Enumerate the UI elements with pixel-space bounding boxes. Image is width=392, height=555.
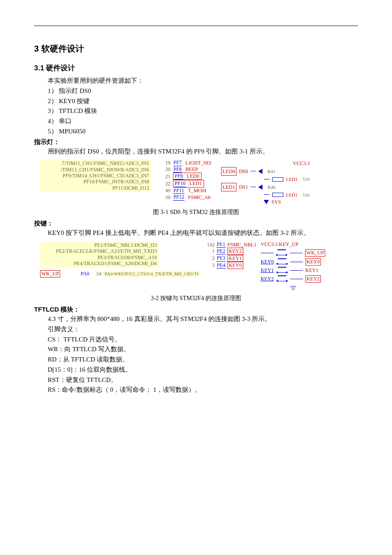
wire — [261, 253, 274, 254]
resistor-icon — [272, 193, 283, 197]
res-value: 510 — [303, 191, 310, 199]
tft-p7: RST：硬复位 TFTLCD。 — [34, 376, 358, 385]
pin-num: 19 — [160, 160, 170, 166]
pin-num: 20 — [160, 166, 170, 172]
res-value: 510 — [303, 176, 310, 183]
key2-underline: KEY2 — [261, 276, 274, 282]
section-heading-3: 3 软硬件设计 — [34, 43, 358, 55]
key1-label: KEY1 — [306, 267, 319, 274]
led-diode-icon — [258, 185, 262, 190]
key-paragraph: KEY0 按下引脚 PE4 接上低电平。判断 PE4 上的电平就可以知道按键的状… — [34, 228, 358, 238]
net-label: LED1 — [188, 180, 202, 187]
pa0-desc: PA0-WKUP/U2_CTS/U4_TX/ETH_MII_CRS/TI — [103, 271, 200, 277]
pin-num: 34 — [91, 271, 101, 277]
section-heading-3-1: 3.1 硬件设计 — [34, 63, 358, 73]
pin-name: PF9 — [174, 173, 183, 179]
highlighted-pin-row: PF9LED0 — [173, 173, 202, 180]
tft-p3: CS： TFTLCD 片选信号。 — [34, 335, 358, 344]
highlighted-pin-row: PF10LED1 — [173, 180, 204, 187]
fig32-pin-list: 142PE1FSMC_NBL1 1PE2KEY2 2PE3KEY1 3PE4KE… — [205, 241, 257, 269]
net-key1: KEY1 — [228, 255, 243, 262]
key-wkup-label: WK_UP — [305, 249, 325, 257]
net-label: FSMC_NBL1 — [228, 242, 257, 248]
wire — [264, 194, 270, 195]
pin-num: 2 — [205, 255, 215, 261]
pin-name: PF8 — [173, 166, 182, 173]
net-led0: LED0 — [221, 167, 236, 176]
pin-num: 1 — [205, 248, 215, 254]
figure-3-1: 7/TIM11_CH1/FSMC_NREG/ADC3_IN5 /TIM13_CH… — [40, 159, 358, 206]
res-r46: R46 — [268, 184, 275, 191]
vcc-keyup-label: VCC3.3 KEY_UP — [261, 241, 325, 248]
pin-func-row: PF11/DCMI_D12 — [42, 185, 149, 191]
switch-icon — [276, 251, 287, 255]
pin-num: 21 — [160, 173, 170, 179]
pin-name: PE4 — [216, 262, 226, 269]
designator-ds0: DS0 — [239, 168, 248, 175]
pin-name: PF7 — [173, 159, 182, 166]
switch-icon — [277, 268, 288, 273]
tft-p6: D[15：0]：16 位双向数据线。 — [34, 365, 358, 375]
fig31-led-schematic: VCC3.3 LED0 DS0 R41 LED1 510 LED1 — [221, 159, 309, 206]
list-item-1: 1） 指示灯 DS0 — [34, 87, 358, 96]
net-key0: KEY0 — [228, 262, 243, 269]
pin-num: 50 — [160, 194, 170, 200]
key1-underline: KEY1 — [261, 267, 274, 274]
pin-func-row: PE4/TRACED1/FSMC_A20/DCMI_D4 — [42, 260, 157, 266]
wire — [251, 171, 256, 172]
wkup-tag: WK_UP — [40, 270, 60, 278]
net-label: T_MOSI — [187, 188, 207, 194]
pin-func-row: PE3/TRACED0/FSMC_A19 — [42, 254, 157, 260]
pin-name: PE2 — [216, 248, 226, 254]
wire — [290, 279, 303, 280]
pin-num: 3 — [205, 262, 215, 268]
pin-name: PF11 — [173, 188, 184, 194]
pin-func-row: PE2/TRACECLK/FSMC_A23/ETH_MII_TXD3 — [42, 248, 157, 254]
pin-func-row: PE1/FSMC_NBL1/DCMI_D3 — [42, 242, 157, 248]
tft-p8: RS：命令/数据标志（ 0，读写命令； 1，读写数据）。 — [34, 385, 358, 395]
net-label: LED0 — [186, 173, 200, 179]
pin-num: 22 — [160, 181, 170, 187]
pin-name: PF12 — [173, 194, 184, 200]
list-item-2: 2） KEY0 按键 — [34, 97, 358, 106]
subhead-led: 指示灯： — [34, 138, 358, 146]
key0-underline: KEY0 — [261, 259, 274, 265]
wire — [290, 253, 303, 254]
sys-label: SYS — [271, 198, 281, 206]
wire — [251, 187, 256, 188]
pa0-label: PA0 — [81, 271, 89, 277]
led-name: LED1 — [286, 176, 297, 183]
list-item-3: 3） TFTLCD 模块 — [34, 107, 358, 116]
net-label: BEEP — [184, 166, 199, 172]
net-label: LIGHT_SEI — [184, 160, 212, 166]
tft-p5: RD：从 TFTLCD 读取数据。 — [34, 355, 358, 364]
list-item-5: 5） MPU6050 — [34, 127, 358, 136]
pin-num: 142 — [205, 242, 215, 248]
pin-name: PE3 — [216, 255, 226, 261]
figure-3-2: PE1/FSMC_NBL1/DCMI_D3 PE2/TRACECLK/FSMC_… — [40, 241, 358, 292]
net-led1: LED1 — [221, 183, 236, 191]
figure-3-1-caption: 图 3-1 SD0 与 STM32 连接原理图 — [34, 208, 358, 216]
intro-line: 本实验所要用到的硬件资源如下： — [34, 76, 358, 86]
fig32-key-schematic: VCC3.3 KEY_UP WK_UP KEY0 KEY0 KEY1 — [261, 241, 325, 292]
fig32-pin-functions: PE1/FSMC_NBL1/DCMI_D3 PE2/TRACECLK/FSMC_… — [40, 241, 159, 268]
resistor-icon — [272, 177, 283, 182]
pin-func-row: PF10/FSMC_INTR/ADC3_IN8 — [42, 179, 149, 185]
wire — [264, 179, 270, 180]
net-label: FSMC_A6 — [187, 194, 211, 200]
arrow-down-icon — [264, 200, 269, 204]
tft-p2: 引脚含义： — [34, 325, 358, 334]
key0-label: KEY0 — [306, 258, 321, 266]
vcc-label: VCC3.3 — [221, 159, 309, 167]
switch-icon — [277, 260, 288, 264]
led-paragraph: 用到的指示灯 DS0，位共阳型，连接到 STM32F4 的 PF9 引脚。如图 … — [34, 147, 358, 156]
wire — [290, 270, 303, 271]
list-item-4: 4） 串口 — [34, 117, 358, 126]
net-key2: KEY2 — [228, 248, 243, 254]
pin-func-row: 7/TIM11_CH1/FSMC_NREG/ADC3_IN5 — [42, 160, 149, 166]
top-rule — [34, 26, 358, 26]
wkup-row: WK_UP PA0 34 PA0-WKUP/U2_CTS/U4_TX/ETH_M… — [40, 270, 200, 278]
figure-3-2-caption: 3-2 按键与 STM32F4 的连接原理图 — [34, 295, 358, 302]
document-page: 3 软硬件设计 3.1 硬件设计 本实验所要用到的硬件资源如下： 1） 指示灯 … — [0, 0, 392, 413]
pin-name: PF10 — [174, 180, 186, 187]
